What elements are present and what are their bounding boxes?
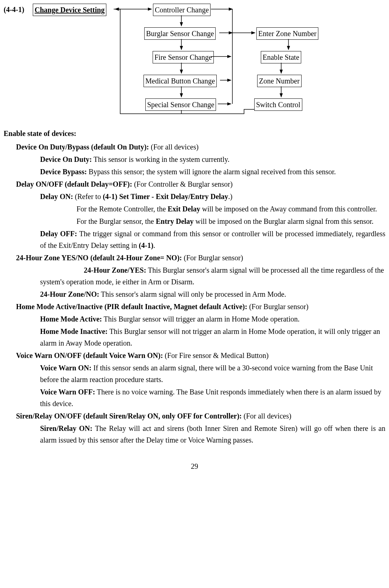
text2: .) [228,192,233,200]
box-enter-zone-number: Enter Zone Number [256,27,318,40]
voice-warn-on: Voice Warn ON: If this sensor sends an a… [40,362,385,385]
text2: will be imposed on the Burglar alarm sig… [194,217,374,225]
device-bypass: Device Bypass: Bypass this sensor; the s… [40,166,385,178]
label: Delay ON: [40,192,73,200]
delay-off: Delay OFF: The trigger signal or command… [40,228,385,251]
bold: Entry Delay [156,217,194,225]
label: Voice Warn ON/OFF (default Voice Warn ON… [16,351,163,359]
label: Home Mode Inactive: [40,327,108,335]
for-text: (For all devices) [242,412,291,420]
for-text: (For Controller & Burglar sensor) [132,180,233,188]
text: This sensor is working in the system cur… [92,155,229,163]
home-mode-inactive: Home Mode Inactive: This Burglar sensor … [40,326,385,349]
delay-on-off: Delay ON/OFF (default Delay=OFF): (For C… [16,178,385,190]
label: Voice Warn ON: [40,364,91,372]
delay-on-para3: For the Burglar sensor, the Entry Delay … [76,215,385,227]
label: Siren/Relay ON: [40,424,93,432]
box-switch-control: Switch Control [254,98,302,111]
siren-relay-on: Siren/Relay ON: The Relay will act and s… [40,422,385,446]
text: This sensor's alarm signal will only be … [99,290,286,298]
text: For the Burglar sensor, the [76,217,156,225]
text2: . [153,241,155,249]
box-medical-button-change: Medical Button Change [144,75,217,87]
text: This Burglar sensor will trigger an alar… [102,315,299,323]
ref-bold: (4-1) Set Timer - Exit Delay/Entry Delay [103,192,228,200]
bold: Exit Delay [168,205,200,213]
section-number: (4-4-1) [4,4,24,15]
label: 24-Hour Zone/NO: [40,290,99,298]
label: Device On Duty/Bypass (default On Duty): [16,143,149,151]
text: For the Remote Controller, the [76,205,168,213]
label: 24-Hour Zone YES/NO (default 24-Hour Zon… [16,254,182,262]
delay-on-para2: For the Remote Controller, the Exit Dela… [76,203,385,215]
voice-warn-off: Voice Warn OFF: There is no voice warnin… [40,386,385,409]
siren-relay: Siren/Relay ON/OFF (default Siren/Relay … [16,410,385,422]
voice-warn: Voice Warn ON/OFF (default Voice Warn ON… [16,350,385,361]
label: Home Mode Active/Inactive (PIR default I… [16,303,247,311]
for-text: (For Fire sensor & Medical Button) [163,351,268,359]
home-mode-active: Home Mode Active: This Burglar sensor wi… [40,313,385,325]
24hour-yes: 24-Hour Zone/YES: This Burglar sensor's … [40,264,385,288]
text: The trigger signal or command from this … [40,230,385,249]
enable-state-heading: Enable state of devices: [4,128,385,139]
24hour-zone: 24-Hour Zone YES/NO (default 24-Hour Zon… [16,252,385,264]
label: Home Mode Active: [40,315,102,323]
box-burglar-sensor-change: Burglar Sensor Change [144,27,216,40]
device-on-duty: Device On Duty: This sensor is working i… [40,153,385,165]
for-text: (For Burglar sensor) [247,303,309,311]
home-mode: Home Mode Active/Inactive (PIR default I… [16,301,385,312]
device-on-duty-bypass: Device On Duty/Bypass (default On Duty):… [16,141,385,153]
delay-on: Delay ON: (Refer to (4-1) Set Timer - Ex… [40,191,385,202]
label: Voice Warn OFF: [40,388,95,396]
flow-diagram: (4-4-1) Change Device Setting Controller… [4,4,385,117]
text: (Refer to [73,192,103,200]
box-controller-change: Controller Change [153,4,211,16]
for-text: (For Burglar sensor) [182,254,243,262]
box-zone-number: Zone Number [257,75,302,87]
24hour-no: 24-Hour Zone/NO: This sensor's alarm sig… [40,288,385,300]
box-root: Change Device Setting [33,4,106,16]
box-special-sensor-change: Special Sensor Change [145,98,216,111]
bold: (4-1) [139,241,153,249]
label: Siren/Relay ON/OFF (default Siren/Relay … [16,412,242,420]
box-fire-sensor-change: Fire Sensor Change [153,51,214,63]
label: Device Bypass: [40,168,87,176]
page-number: 29 [4,460,385,472]
box-enable-state: Enable State [261,51,301,63]
label: Device On Duty: [40,155,92,163]
text: Bypass this sensor; the system will igno… [87,168,336,176]
text2: will be imposed on the Away command from… [200,205,377,213]
label: 24-Hour Zone/YES: [84,266,146,274]
label: Delay ON/OFF (default Delay=OFF): [16,180,132,188]
label: Delay OFF: [40,230,77,238]
for-text: (For all devices) [149,143,199,151]
